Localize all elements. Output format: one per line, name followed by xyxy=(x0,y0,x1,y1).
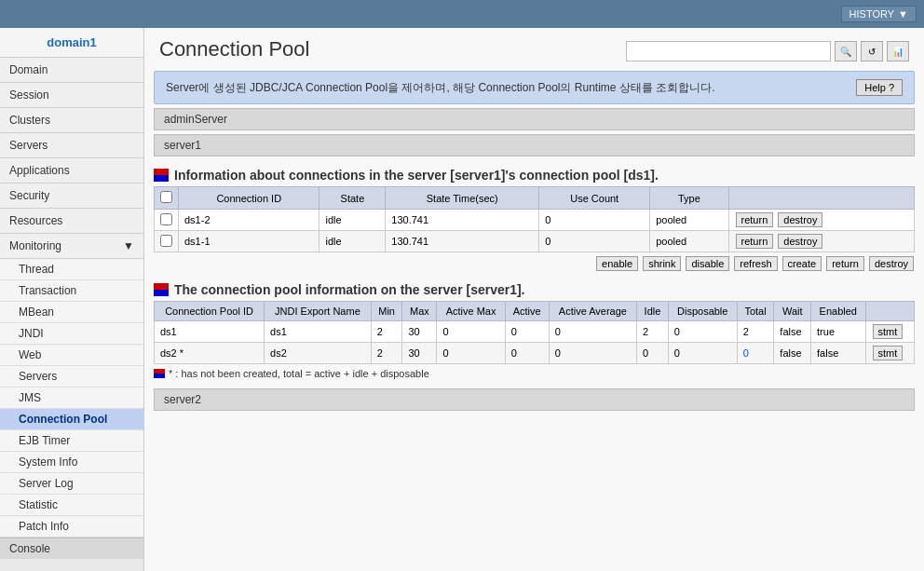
monitoring-label: Monitoring xyxy=(9,239,61,252)
sidebar-sub-ejb-timer[interactable]: EJB Timer xyxy=(0,430,143,452)
return-all-button[interactable]: return xyxy=(826,256,864,271)
sidebar-item-session[interactable]: Session xyxy=(0,83,143,108)
pool-table: Connection Pool ID JNDI Export Name Min … xyxy=(154,301,915,364)
col-max: Max xyxy=(402,302,437,321)
sidebar-item-domain[interactable]: Domain xyxy=(0,58,143,83)
col-disposable: Disposable xyxy=(668,302,737,321)
console-bar[interactable]: Console xyxy=(0,537,143,559)
sidebar-sub-web[interactable]: Web xyxy=(0,345,143,366)
type-cell: pooled xyxy=(650,210,728,231)
flag-icon xyxy=(154,169,169,182)
destroy-button[interactable]: destroy xyxy=(778,234,822,249)
col-active-avg: Active Average xyxy=(549,302,636,321)
sidebar-sub-jms[interactable]: JMS xyxy=(0,387,143,409)
sidebar-sub-mbean[interactable]: MBean xyxy=(0,302,143,323)
sidebar-sub-jndi[interactable]: JNDI xyxy=(0,323,143,345)
history-button[interactable]: HISTORY ▼ xyxy=(841,6,917,22)
active-cell: 0 xyxy=(505,343,549,364)
destroy-button[interactable]: destroy xyxy=(778,212,822,227)
search-button[interactable]: 🔍 xyxy=(835,41,857,61)
table-row: ds1-2 idle 130.741 0 pooled return destr… xyxy=(155,210,915,231)
return-button[interactable]: return xyxy=(736,212,774,227)
connection-id-cell: ds1-1 xyxy=(179,231,319,252)
table-row: ds1 ds1 2 30 0 0 0 2 0 2 false true stmt xyxy=(155,321,915,343)
state-time-cell: 130.741 xyxy=(386,210,539,231)
sidebar-sub-patch-info[interactable]: Patch Info xyxy=(0,516,143,537)
sidebar-sub-system-info[interactable]: System Info xyxy=(0,452,143,473)
help-button[interactable]: Help ? xyxy=(856,79,903,96)
sidebar-item-clusters[interactable]: Clusters xyxy=(0,108,143,133)
sidebar-item-monitoring[interactable]: Monitoring ▼ xyxy=(0,234,143,259)
disable-button[interactable]: disable xyxy=(686,256,729,271)
disposable-cell: 0 xyxy=(668,343,737,364)
col-state-time: State Time(sec) xyxy=(386,187,539,210)
pool-title: The connection pool information on the s… xyxy=(154,277,915,301)
col-enabled: Enabled xyxy=(811,302,865,321)
sidebar-sub-statistic[interactable]: Statistic xyxy=(0,495,143,516)
col-active: Active xyxy=(505,302,549,321)
active-avg-cell: 0 xyxy=(549,321,636,343)
table-row: ds2 * ds2 2 30 0 0 0 0 0 0 false false s… xyxy=(155,343,915,364)
bottom-action-bar: enable shrink disable refresh create ret… xyxy=(154,256,915,271)
total-cell: 2 xyxy=(737,321,774,343)
return-button[interactable]: return xyxy=(736,234,774,249)
active-max-cell: 0 xyxy=(437,321,505,343)
active-cell: 0 xyxy=(505,321,549,343)
state-cell: idle xyxy=(319,231,386,252)
shrink-button[interactable]: shrink xyxy=(643,256,681,271)
wait-cell: false xyxy=(774,343,811,364)
connections-section: Information about connections in the ser… xyxy=(154,162,915,271)
type-cell: pooled xyxy=(650,231,728,252)
sidebar-item-security[interactable]: Security xyxy=(0,184,143,209)
sidebar-item-resources[interactable]: Resources xyxy=(0,209,143,234)
info-text: Server에 생성된 JDBC/JCA Connection Pool을 제어… xyxy=(166,79,715,96)
min-cell: 2 xyxy=(371,343,402,364)
sidebar-sub-thread[interactable]: Thread xyxy=(0,259,143,280)
max-cell: 30 xyxy=(402,321,437,343)
col-connection-id: Connection ID xyxy=(179,187,319,210)
sidebar-item-servers[interactable]: Servers xyxy=(0,133,143,158)
active-max-cell: 0 xyxy=(437,343,505,364)
enable-button[interactable]: enable xyxy=(596,256,638,271)
state-time-cell: 130.741 xyxy=(386,231,539,252)
collapse-icon: ▼ xyxy=(123,239,134,252)
row-checkbox[interactable] xyxy=(160,213,172,225)
jndi-cell: ds1 xyxy=(265,321,372,343)
table-row: ds1-1 idle 130.741 0 pooled return destr… xyxy=(155,231,915,252)
search-input[interactable] xyxy=(626,41,831,61)
server-header-server2: server2 xyxy=(154,388,915,411)
server-header-admin: adminServer xyxy=(154,108,915,130)
jndi-cell: ds2 xyxy=(265,343,372,364)
col-min: Min xyxy=(371,302,402,321)
col-stmt xyxy=(865,302,914,321)
select-all-checkbox[interactable] xyxy=(160,191,172,203)
disposable-cell: 0 xyxy=(668,321,737,343)
sidebar-sub-transaction[interactable]: Transaction xyxy=(0,280,143,302)
pool-note: * : has not been created, total = active… xyxy=(154,364,915,383)
refresh-button[interactable]: ↺ xyxy=(861,41,883,61)
pool-section: The connection pool information on the s… xyxy=(154,277,915,383)
pool-id-cell: ds1 xyxy=(155,321,265,343)
stmt-button[interactable]: stmt xyxy=(873,346,904,360)
connections-table: Connection ID State State Time(sec) Use … xyxy=(154,186,915,252)
destroy-all-button[interactable]: destroy xyxy=(869,256,914,271)
sidebar-sub-connection-pool[interactable]: Connection Pool xyxy=(0,409,143,430)
sidebar-item-applications[interactable]: Applications xyxy=(0,158,143,184)
stmt-button[interactable]: stmt xyxy=(873,324,904,339)
refresh-pool-button[interactable]: refresh xyxy=(734,256,777,271)
sidebar-sub-server-log[interactable]: Server Log xyxy=(0,473,143,495)
col-active-max: Active Max xyxy=(437,302,505,321)
col-type: Type xyxy=(650,187,728,210)
sidebar-sub-servers-mon[interactable]: Servers xyxy=(0,366,143,387)
history-label: HISTORY xyxy=(849,8,895,20)
row-actions-cell: return destroy xyxy=(728,210,914,231)
export-button[interactable]: 📊 xyxy=(887,41,909,61)
use-count-cell: 0 xyxy=(539,210,650,231)
wait-cell: false xyxy=(774,321,811,343)
total-cell: 0 xyxy=(737,343,774,364)
row-checkbox[interactable] xyxy=(160,235,172,247)
create-button[interactable]: create xyxy=(782,256,822,271)
flag-icon-note xyxy=(154,369,165,378)
col-use-count: Use Count xyxy=(539,187,650,210)
sidebar-domain[interactable]: domain1 xyxy=(0,28,143,58)
